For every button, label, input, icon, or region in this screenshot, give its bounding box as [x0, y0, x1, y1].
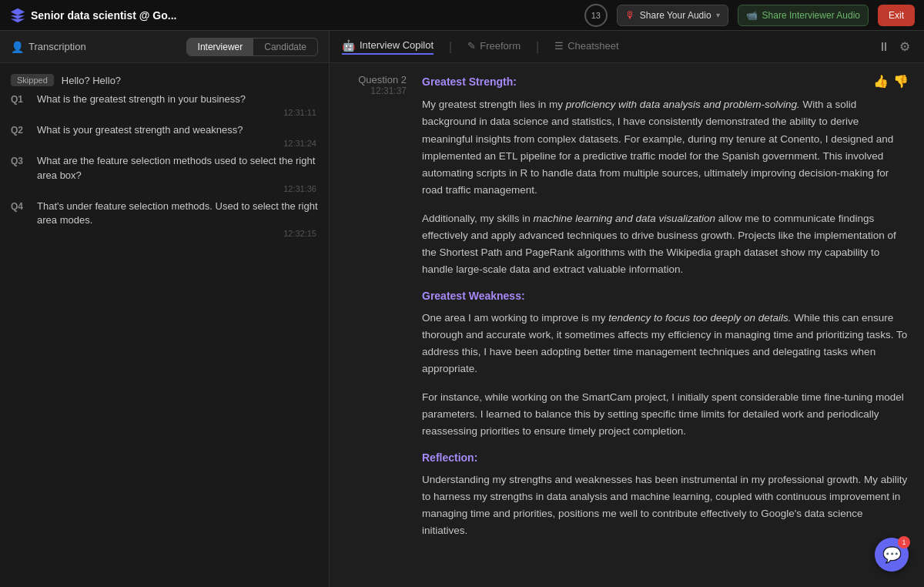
transcript-list: Skipped Hello? Hello? Q1 What is the gre… [0, 63, 329, 587]
tab-candidate[interactable]: Candidate [253, 39, 317, 55]
chat-icon: 💬 [882, 545, 902, 564]
weakness-text-2: For instance, while working on the Smart… [422, 389, 909, 441]
strength-text-2: Additionally, my skills in machine learn… [422, 210, 909, 279]
cheatsheet-icon: ☰ [554, 40, 564, 52]
question-time: 12:31:24 [11, 139, 318, 148]
share-audio-button[interactable]: 🎙 Share Your Audio ▾ [617, 5, 728, 26]
tab-freeform[interactable]: ✎ Freeform [467, 40, 521, 53]
pause-button[interactable]: ⏸ [876, 39, 892, 55]
question-content: That's under feature selection methods. … [37, 200, 318, 227]
reflection-title: Reflection: [422, 451, 909, 464]
chat-badge: 1 [898, 536, 910, 548]
camera-icon: 📹 [746, 10, 758, 21]
weakness-text-1: One area I am working to improve is my t… [422, 310, 909, 378]
chat-fab-button[interactable]: 💬 1 [875, 538, 909, 572]
transcription-title: Transcription [28, 41, 86, 52]
skipped-badge: Skipped [11, 74, 54, 86]
question-text: What are the feature selection methods u… [37, 154, 318, 182]
cheatsheet-label: Cheatsheet [567, 40, 619, 52]
copilot-tab-label: Interview Copilot [360, 39, 434, 51]
transcription-label: 👤 Transcription [11, 41, 86, 53]
answer-body: Greatest Strength: 👍 👎 My greatest stren… [422, 74, 909, 551]
feedback-buttons: 👍 👎 [873, 74, 909, 89]
header: Senior data scientist @ Go... 13 🎙 Share… [0, 0, 924, 31]
chevron-down-icon: ▾ [716, 11, 720, 19]
reflection-text: Understanding my strengths and weaknesse… [422, 471, 909, 540]
exit-button[interactable]: Exit [878, 5, 915, 26]
question-number: Question 2 [358, 74, 407, 86]
tab-interview-copilot[interactable]: 🤖 Interview Copilot [342, 39, 434, 55]
question-content: What are the feature selection methods u… [37, 154, 318, 182]
share-audio-label: Share Your Audio [640, 10, 711, 21]
list-item: Skipped Hello? Hello? [0, 69, 329, 88]
settings-button[interactable]: ⚙ [898, 38, 912, 55]
freeform-label: Freeform [480, 40, 521, 52]
right-panel-header: 🤖 Interview Copilot | ✎ Freeform | ☰ Che… [330, 31, 924, 63]
question-time: 12:31:11 [11, 108, 318, 117]
list-item[interactable]: Q4 That's under feature selection method… [0, 195, 329, 238]
logo: Senior data scientist @ Go... [9, 7, 176, 24]
question-content: What is the greatest strength in your bu… [37, 92, 318, 106]
question-label: Q1 [11, 92, 29, 105]
copilot-content: Question 2 12:31:37 Greatest Strength: 👍… [330, 63, 924, 587]
list-item[interactable]: Q3 What are the feature selection method… [0, 149, 329, 193]
app-title: Senior data scientist @ Go... [31, 9, 176, 22]
question-label: Q4 [11, 200, 29, 212]
list-item[interactable]: Q2 What is your greatest strength and we… [0, 119, 329, 148]
tab-cheatsheet[interactable]: ☰ Cheatsheet [554, 40, 619, 53]
main-content: 👤 Transcription Interviewer Candidate Sk… [0, 31, 924, 587]
strength-text-1: My greatest strength lies in my proficie… [422, 96, 909, 200]
question-text: What is the greatest strength in your bu… [37, 92, 318, 106]
question-text: That's under feature selection methods. … [37, 200, 318, 227]
question-time: 12:31:36 [11, 184, 318, 193]
share-interviewer-button[interactable]: 📹 Share Interviewer Audio [738, 5, 869, 26]
share-interviewer-label: Share Interviewer Audio [762, 10, 860, 21]
strength-title: Greatest Strength: [422, 75, 517, 88]
question-time: 12:32:15 [11, 229, 318, 238]
right-panel: 🤖 Interview Copilot | ✎ Freeform | ☰ Che… [330, 31, 924, 587]
transcription-header: 👤 Transcription Interviewer Candidate [0, 31, 329, 63]
logo-icon [9, 7, 26, 24]
tab-divider-1: | [449, 40, 452, 54]
list-item[interactable]: Q1 What is the greatest strength in your… [0, 88, 329, 117]
question-timestamp: 12:31:37 [370, 86, 407, 96]
thumbs-down-button[interactable]: 👎 [893, 74, 909, 89]
thumbs-up-button[interactable]: 👍 [873, 74, 889, 89]
transcription-icon: 👤 [11, 41, 24, 53]
left-panel: 👤 Transcription Interviewer Candidate Sk… [0, 31, 330, 587]
speaker-tabs: Interviewer Candidate [186, 38, 318, 56]
question-text: What is your greatest strength and weakn… [37, 123, 318, 137]
skipped-text: Hello? Hello? [62, 75, 121, 86]
question-meta-row: Question 2 12:31:37 Greatest Strength: 👍… [330, 63, 924, 551]
right-panel-actions: ⏸ ⚙ [876, 38, 912, 55]
copilot-icon: 🤖 [342, 39, 355, 52]
header-timer: 13 [584, 4, 608, 27]
mic-icon: 🎙 [625, 9, 635, 21]
weakness-title: Greatest Weakness: [422, 290, 909, 302]
freeform-icon: ✎ [467, 40, 476, 52]
tab-divider-2: | [536, 40, 539, 54]
strength-header: Greatest Strength: 👍 👎 [422, 74, 909, 96]
question-label: Q2 [11, 123, 29, 136]
tab-interviewer[interactable]: Interviewer [187, 39, 254, 55]
question-label: Q3 [11, 154, 29, 166]
question-content: What is your greatest strength and weakn… [37, 123, 318, 137]
